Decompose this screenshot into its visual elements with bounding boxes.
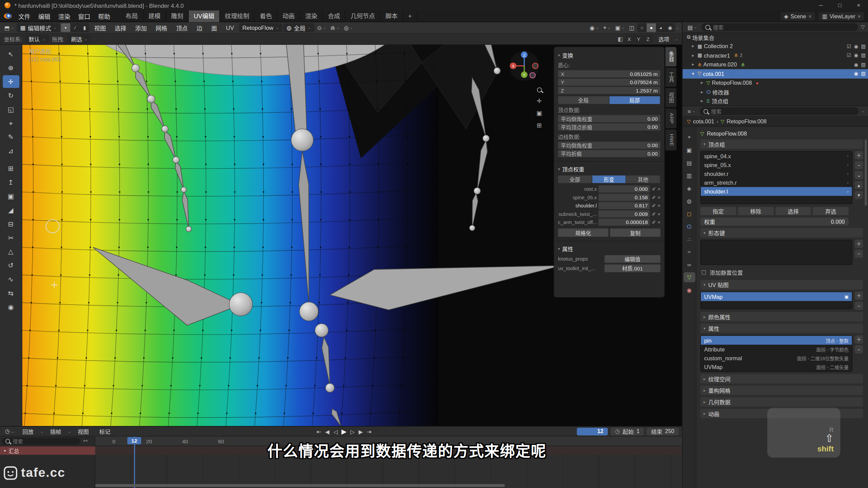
color-attributes-panel-header[interactable]: ▸颜色属性 [700, 312, 863, 322]
remesh-panel-header[interactable]: ▸重构网格 [700, 386, 863, 395]
paste-weight-icon[interactable]: ✐ [652, 186, 656, 191]
constraints-tab-icon[interactable]: ∞ [684, 260, 695, 269]
output-tab-icon[interactable]: ▤ [684, 158, 695, 167]
edit-value-button[interactable]: 编辑值 [605, 255, 660, 263]
timeline-search-input[interactable] [13, 439, 76, 444]
vertex-group-row[interactable]: shoulder.r ▫ [701, 169, 852, 178]
median-z-field[interactable]: Z 1.2537 m [558, 87, 660, 94]
vp-menu-select[interactable]: 选择 [111, 23, 130, 32]
move-tool[interactable]: ✛ [2, 75, 19, 88]
vertex-groups-panel-header[interactable]: ▾顶点组 [700, 139, 863, 149]
workspace-rendering[interactable]: 渲染 [300, 10, 323, 22]
move-view-icon[interactable]: ✛ [537, 97, 542, 104]
delete-weight-icon[interactable]: × [657, 219, 660, 225]
navigation-gizmo[interactable]: X Z Y [508, 49, 541, 82]
scene-selector[interactable]: ◈ Scene × [781, 12, 815, 20]
shading-dropdown[interactable]: ⌄ [676, 25, 679, 30]
remove-group-button[interactable]: − [855, 161, 863, 169]
outliner-row-retopoflow008[interactable]: ▸ ▽ RetopoFlow.008 ● [683, 78, 868, 87]
workspace-layout[interactable]: 布局 [121, 10, 143, 22]
orientation-dropdown[interactable]: ◍ 全局 ⌄ [283, 23, 314, 32]
collapse-icon[interactable]: ▾ [690, 71, 696, 76]
vertex-group-row[interactable]: spine_05.x ▫ [701, 160, 852, 169]
axis-x-neg-handle[interactable] [533, 63, 538, 68]
material-tab-icon[interactable]: ◉ [684, 285, 695, 295]
outliner-row-collection2[interactable]: ▸ ▦ Collection 2 ☑ ◉ ▨ [683, 42, 868, 51]
workspace-animation[interactable]: 动画 [277, 10, 300, 22]
uv-maps-panel-header[interactable]: ▾UV 贴图 [700, 280, 863, 289]
material-shading-icon[interactable]: ◕ [656, 23, 666, 32]
vp-menu-mesh[interactable]: 网格 [152, 23, 171, 32]
vp-menu-vertex[interactable]: 顶点 [172, 23, 192, 32]
vertex-weights-section-header[interactable]: ▾顶点权重 [558, 165, 660, 173]
properties-options-icon[interactable]: ⌄ [862, 109, 865, 114]
paste-weight-icon[interactable]: ✐ [652, 203, 656, 208]
tab-view[interactable]: 视图 [665, 88, 676, 107]
weights-deform-tab[interactable]: 形变 [592, 176, 626, 183]
camera-visibility-icon[interactable]: ▨ [861, 53, 866, 58]
workspace-scripting[interactable]: 脚本 [380, 10, 403, 22]
vp-menu-face[interactable]: 面 [208, 23, 221, 32]
spin-tool[interactable]: ↺ [2, 259, 19, 272]
play-reverse-button[interactable]: ◁ [333, 428, 338, 434]
lock-icon[interactable]: ▫ [847, 189, 849, 194]
object-tab-icon[interactable]: ◻ [684, 209, 695, 219]
select-box-tool[interactable]: ↖ [2, 47, 19, 60]
paste-weight-icon[interactable]: ✐ [652, 211, 656, 217]
menu-window[interactable]: 窗口 [74, 12, 94, 20]
unlink-icon[interactable]: × [857, 13, 861, 19]
unlink-icon[interactable]: × [808, 13, 812, 19]
material-value-button[interactable]: 材质.001 [605, 264, 660, 272]
scale-tool[interactable]: ◱ [2, 103, 19, 116]
coord-system-dropdown[interactable]: 默认⌄ [25, 35, 48, 43]
next-keyframe-button[interactable]: ▶ [359, 428, 363, 434]
outliner-row-armature020[interactable]: ▸ ⋔ Armature.020 ⋔ ◉ ▨ [683, 60, 868, 69]
tab-tool[interactable]: 工具 [665, 67, 676, 87]
knife-tool[interactable]: ✂ [2, 231, 19, 244]
edge-bevel-weight-field[interactable]: 平均倒角权重 0.00 [558, 142, 660, 149]
current-frame-field[interactable]: 12 [577, 427, 608, 435]
workspace-geometry-nodes[interactable]: 几何节点 [346, 10, 380, 22]
median-x-field[interactable]: X 0.051025 m [558, 70, 660, 77]
global-button[interactable]: 全局 [558, 96, 609, 104]
checkbox-icon[interactable]: ☑ [847, 44, 851, 49]
edge-crease-field[interactable]: 平均折痕 0.00 [558, 150, 660, 157]
edge-select-icon[interactable]: ∕ [71, 23, 80, 32]
texture-space-panel-header[interactable]: ▸纹理空间 [700, 374, 863, 384]
add-uvmap-button[interactable]: ＋ [855, 291, 863, 300]
remove-attribute-button[interactable]: − [855, 345, 863, 353]
camera-view-icon[interactable]: ▣ [536, 109, 542, 117]
jump-to-start-button[interactable]: ⇤ [317, 428, 321, 434]
expand-icon[interactable]: ▸ [699, 99, 705, 104]
rendered-shading-icon[interactable]: ◉ [666, 23, 675, 32]
camera-visibility-icon[interactable]: ▨ [861, 71, 866, 76]
scene-tab-icon[interactable]: ◈ [684, 183, 695, 193]
checkbox-icon[interactable]: ☐ [702, 269, 707, 276]
delete-weight-icon[interactable]: × [657, 203, 660, 208]
group-specials-button[interactable]: ⌄ [855, 171, 863, 179]
expand-icon[interactable]: ▸ [699, 89, 705, 95]
attribute-row[interactable]: custom_normal 面拐 - 二维16位整数矢量 [701, 353, 852, 362]
outliner-editor-icon[interactable]: ▤⌄ [686, 24, 699, 30]
outliner-row-vertex-groups[interactable]: ▸ ⠿ 顶点组 [683, 97, 868, 106]
view-menu[interactable]: 视图 [74, 427, 93, 435]
face-select-icon[interactable]: ▮ [80, 23, 89, 32]
axis-z-neg-handle[interactable] [530, 73, 535, 78]
workspace-shading[interactable]: 着色 [255, 10, 277, 22]
vp-menu-uv[interactable]: UV [222, 24, 238, 31]
timeline-scrollbar[interactable] [95, 484, 505, 487]
timeline-search[interactable] [2, 438, 80, 445]
show-object-types-dropdown[interactable]: ◉⌄ [588, 25, 600, 31]
editor-type-icon[interactable]: ⬒⌄ [3, 25, 16, 31]
transform-tool[interactable]: ⌖ [2, 117, 19, 129]
mirror-z-button[interactable]: Z [643, 35, 653, 43]
remove-uvmap-button[interactable]: − [855, 302, 863, 310]
world-tab-icon[interactable]: ◍ [684, 196, 695, 206]
attributes-section-header[interactable]: ▾属性 [558, 245, 660, 253]
median-y-field[interactable]: Y 0.079524 m [558, 79, 660, 86]
poly-build-tool[interactable]: △ [2, 245, 19, 258]
attributes-panel-header[interactable]: ▾属性 [700, 324, 863, 333]
eye-icon[interactable]: ◉ [854, 44, 859, 49]
timeline-editor-icon[interactable]: ◷⌄ [3, 428, 16, 434]
zoom-icon[interactable] [537, 87, 542, 93]
